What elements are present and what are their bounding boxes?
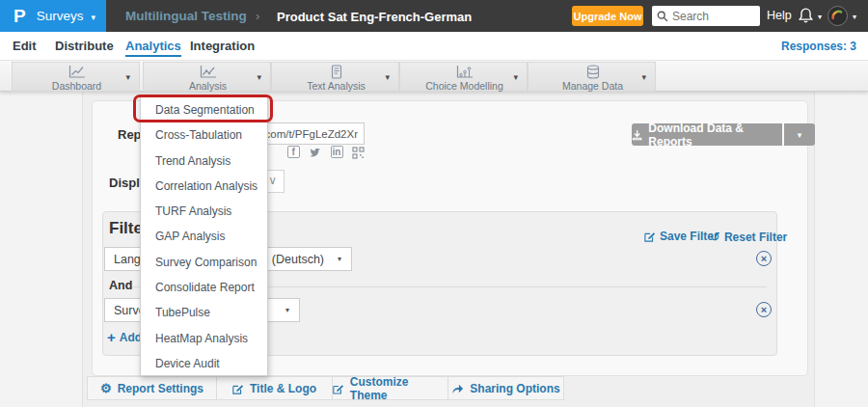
analysis-dropdown-menu: Data Segmentation Cross-Tabulation Trend… <box>140 96 268 376</box>
toolbar-text-analysis-label: Text Analysis <box>272 80 400 92</box>
download-options-caret-button[interactable]: ▾ <box>784 123 815 146</box>
gear-icon: ⚙ <box>100 381 112 395</box>
avatar-gauge-icon <box>828 7 847 25</box>
toolbar-choice-modelling-button[interactable]: Choice Modelling ▾ <box>399 62 528 92</box>
menu-item-turf-analysis[interactable]: TURF Analysis <box>141 199 267 224</box>
avatar-caret-icon[interactable]: ▾ <box>853 13 856 21</box>
bell-caret-icon[interactable]: ▾ <box>818 13 822 21</box>
notifications-button[interactable] <box>798 7 814 28</box>
tab-sharing-options-label: Sharing Options <box>470 382 559 395</box>
toolbar-analysis-button[interactable]: Analysis ▾ <box>143 62 271 92</box>
reset-filter-label: Reset Filter <box>724 231 787 244</box>
top-header-bar: P Surveys ▾ Multilingual Testing › Produ… <box>0 0 868 32</box>
filter-operator-label: And <box>109 279 132 292</box>
menu-item-trend-analysis[interactable]: Trend Analysis <box>141 149 267 174</box>
remove-filter-row1-button[interactable]: × <box>756 251 772 266</box>
reset-filter-link[interactable]: ↺ Reset Filter <box>710 230 787 244</box>
tab-customize-theme-label: Customize Theme <box>350 375 448 402</box>
text-analysis-document-icon <box>329 65 344 79</box>
close-icon: × <box>761 253 767 264</box>
text-analysis-caret-icon[interactable]: ▾ <box>385 72 390 82</box>
menu-item-correlation-analysis[interactable]: Correlation Analysis <box>141 174 267 199</box>
linkedin-share-icon[interactable]: in <box>331 146 343 158</box>
reset-icon: ↺ <box>710 230 720 244</box>
caret-down-icon: ▾ <box>91 13 95 22</box>
toolbar-dashboard-label: Dashboard <box>13 80 141 92</box>
menu-item-survey-comparison[interactable]: Survey Comparison <box>141 250 267 275</box>
menu-item-cross-tabulation[interactable]: Cross-Tabulation <box>141 122 267 148</box>
nav-item-analytics[interactable]: Analytics <box>125 39 181 57</box>
facebook-share-icon[interactable]: f <box>287 146 300 158</box>
responses-count-badge[interactable]: Responses: 3 <box>781 40 856 53</box>
toolbar-dashboard-button[interactable]: Dashboard ▾ <box>12 62 140 92</box>
choice-modelling-chart-icon <box>455 65 475 79</box>
bell-icon <box>798 7 814 24</box>
analysis-caret-icon[interactable]: ▾ <box>257 72 261 82</box>
choice-modelling-caret-icon[interactable]: ▾ <box>513 72 518 82</box>
manage-data-caret-icon[interactable]: ▾ <box>641 72 646 82</box>
toolbar-manage-data-label: Manage Data <box>529 80 657 92</box>
download-caret-icon: ▾ <box>798 130 802 140</box>
plus-icon: + <box>107 329 116 345</box>
toolbar-analysis-label: Analysis <box>144 80 272 92</box>
tab-title-logo-label: Title & Logo <box>250 382 316 395</box>
toolbar-manage-data-button[interactable]: Manage Data ▾ <box>528 62 656 92</box>
share-arrow-icon <box>451 383 464 394</box>
manage-data-database-icon <box>585 65 601 79</box>
toolbar-text-analysis-button[interactable]: Text Analysis ▾ <box>271 62 399 92</box>
tab-sharing-options[interactable]: Sharing Options <box>448 376 564 400</box>
remove-filter-row2-button[interactable]: × <box>756 302 772 317</box>
tab-report-settings-label: Report Settings <box>118 382 203 395</box>
app-window: P Surveys ▾ Multilingual Testing › Produ… <box>0 0 868 407</box>
upgrade-now-button[interactable]: Upgrade Now <box>572 6 643 26</box>
tab-customize-theme[interactable]: Customize Theme <box>333 376 448 400</box>
display-chevron-icon: ∨ <box>268 174 277 187</box>
nav-item-distribute[interactable]: Distribute <box>55 39 114 53</box>
menu-item-heatmap-analysis[interactable]: HeatMap Analysis <box>141 326 267 351</box>
user-avatar[interactable] <box>827 6 848 26</box>
edit-icon <box>644 231 656 242</box>
survey-nav-bar: Edit Distribute Analytics Integration Re… <box>0 32 868 60</box>
nav-item-edit[interactable]: Edit <box>13 39 37 53</box>
questionpro-logo-icon: P <box>14 6 26 27</box>
menu-item-device-audit[interactable]: Device Audit <box>141 351 267 376</box>
dashboard-caret-icon[interactable]: ▾ <box>125 72 130 82</box>
add-filter-label: Add <box>120 331 142 344</box>
add-filter-link[interactable]: + Add <box>107 329 142 345</box>
breadcrumb-current-survey: Product Sat Eng-French-German <box>277 10 472 24</box>
help-link[interactable]: Help <box>767 9 792 22</box>
save-filter-link[interactable]: Save Filter <box>644 230 719 243</box>
breadcrumb-parent-link[interactable]: Multilingual Testing <box>125 9 247 23</box>
search-icon <box>657 11 668 22</box>
tab-report-settings[interactable]: ⚙ Report Settings <box>87 376 217 400</box>
global-search <box>652 6 760 26</box>
dashboard-chart-icon <box>68 65 87 79</box>
download-icon <box>632 129 642 141</box>
edit-icon <box>333 383 344 394</box>
toolbar-choice-modelling-label: Choice Modelling <box>400 80 529 92</box>
menu-item-consolidate-report[interactable]: Consolidate Report <box>141 275 267 300</box>
menu-item-gap-analysis[interactable]: GAP Analysis <box>141 224 267 249</box>
select-caret-icon: ▾ <box>338 255 341 263</box>
download-data-reports-button[interactable]: Download Data & Reports <box>632 123 782 146</box>
download-label: Download Data & Reports <box>648 122 782 149</box>
twitter-share-icon[interactable] <box>309 146 321 163</box>
tab-title-logo[interactable]: Title & Logo <box>217 376 333 400</box>
embed-qr-icon[interactable] <box>352 146 365 163</box>
nav-item-integration[interactable]: Integration <box>190 39 255 53</box>
analytics-toolbar: Dashboard ▾ Analysis ▾ <box>0 60 868 92</box>
close-icon: × <box>761 304 767 315</box>
menu-item-data-segmentation[interactable]: Data Segmentation <box>141 97 267 122</box>
surveys-product-menu[interactable]: P Surveys ▾ <box>0 0 106 32</box>
edit-icon <box>232 383 244 394</box>
search-input[interactable] <box>672 10 755 23</box>
menu-item-tubepulse[interactable]: TubePulse <box>141 300 267 325</box>
breadcrumb-separator-icon: › <box>256 9 259 23</box>
report-footer-tabs: ⚙ Report Settings Title & Logo Customize… <box>87 376 564 400</box>
product-label: Surveys <box>37 9 84 23</box>
select-caret-icon: ▾ <box>285 306 289 314</box>
analysis-chart-icon <box>199 65 218 79</box>
